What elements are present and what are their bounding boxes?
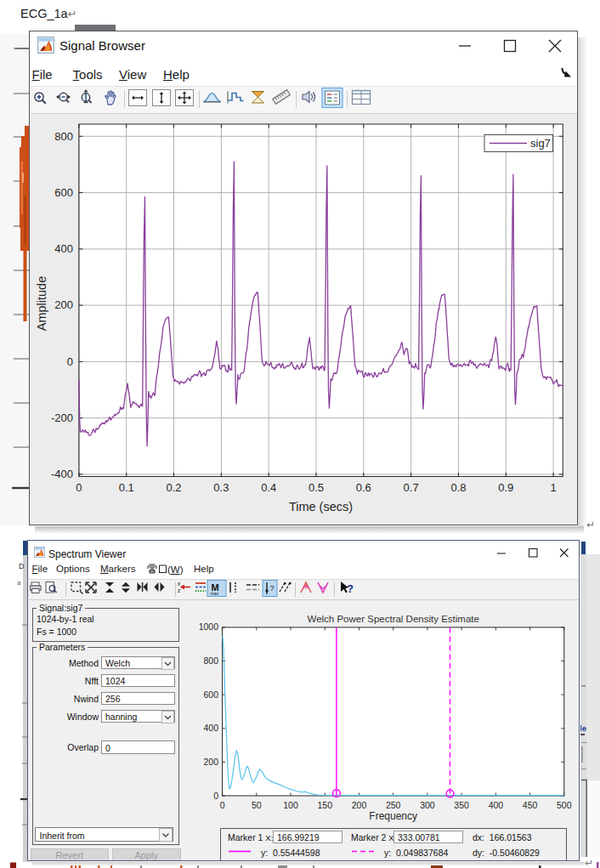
svg-text:a: a <box>17 579 21 587</box>
svg-text:D: D <box>19 562 25 570</box>
svg-text:le: le <box>580 723 586 733</box>
